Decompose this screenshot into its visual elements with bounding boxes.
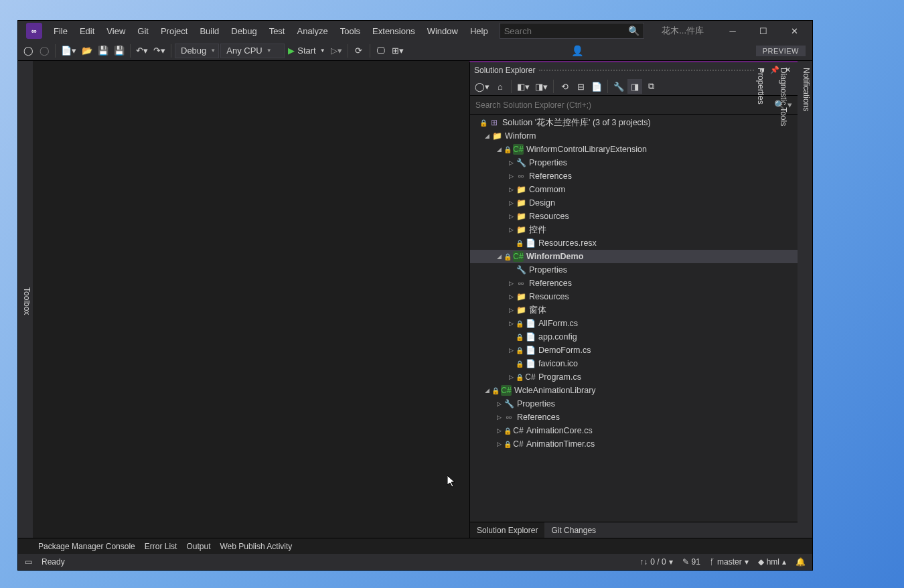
back-icon[interactable]: ◯▾ — [473, 79, 492, 94]
status-branch[interactable]: ᚶ master ▾ — [710, 557, 749, 567]
tree-item[interactable]: 🔒📄Resources.resx — [470, 236, 798, 250]
tree-item[interactable]: 🔒📄app.config — [470, 330, 798, 344]
menu-edit[interactable]: Edit — [74, 21, 100, 41]
minimize-button[interactable]: ─ — [717, 21, 748, 41]
expand-icon[interactable]: ◢ — [482, 387, 492, 394]
save-all-icon[interactable]: 💾 — [112, 44, 127, 58]
browser-icon[interactable]: 🖵 — [374, 44, 388, 58]
tree-item[interactable]: ▷📁Resources — [470, 290, 798, 303]
platform-dropdown[interactable]: Any CPU▼ — [220, 44, 285, 58]
menu-help[interactable]: Help — [464, 21, 494, 41]
collapse-icon[interactable]: ▷ — [494, 441, 504, 447]
menu-view[interactable]: View — [100, 21, 131, 41]
show-all-icon[interactable]: 📄 — [589, 79, 604, 94]
tree-item[interactable]: 🔒📄favicon.ico — [470, 357, 798, 370]
tree-item[interactable]: ▷🔒📄DemoForm.cs — [470, 344, 798, 357]
expand-icon[interactable]: ◢ — [494, 253, 504, 260]
tree-item[interactable]: ▷▫▫References — [470, 411, 798, 424]
tree-item[interactable]: ▷🔒📄AllForm.cs — [470, 317, 798, 330]
live-share-icon[interactable]: 👤 — [571, 45, 584, 57]
properties-icon[interactable]: 🔧 — [611, 79, 626, 94]
config-dropdown[interactable]: Debug▼ — [175, 44, 219, 58]
bottom-tab-error-list[interactable]: Error List — [145, 542, 177, 551]
collapse-icon[interactable]: ▷ — [506, 226, 516, 233]
tree-item[interactable]: ▷📁Commom — [470, 183, 798, 196]
tree-item[interactable]: ▷🔒C#AnimationCore.cs — [470, 424, 798, 437]
status-sync[interactable]: ↑↓ 0 / 0 ▾ — [639, 557, 672, 567]
status-bell-icon[interactable]: 🔔 — [796, 557, 806, 567]
home-icon[interactable]: ⌂ — [493, 79, 508, 94]
tab-solution-explorer[interactable]: Solution Explorer — [470, 522, 544, 538]
preview-button[interactable]: PREVIEW — [756, 46, 806, 56]
menu-file[interactable]: File — [48, 21, 74, 41]
collapse-icon[interactable]: ▷ — [506, 293, 516, 300]
menu-test[interactable]: Test — [263, 21, 291, 41]
expand-icon[interactable]: ◢ — [494, 146, 504, 153]
pending-changes-icon[interactable]: ◨▾ — [533, 79, 550, 94]
collapse-icon[interactable]: ▷ — [506, 280, 516, 287]
status-edits[interactable]: ✎ 91 — [682, 557, 700, 567]
close-button[interactable]: ✕ — [779, 21, 810, 41]
find-icon[interactable]: ⊞▾ — [390, 44, 406, 58]
tab-git-changes[interactable]: Git Changes — [544, 522, 603, 538]
nav-fwd-icon[interactable]: ◯ — [37, 44, 52, 58]
collapse-icon[interactable]: ▷ — [494, 400, 504, 407]
status-user[interactable]: ◆ hml ▴ — [758, 557, 786, 567]
collapse-icon[interactable]: ▷ — [506, 213, 516, 220]
menu-window[interactable]: Window — [421, 21, 464, 41]
quick-search[interactable]: 🔍 — [500, 23, 644, 39]
open-icon[interactable]: 📂 — [80, 44, 94, 58]
menu-project[interactable]: Project — [155, 21, 194, 41]
right-tab-properties[interactable]: Properties — [755, 65, 767, 538]
tree-item[interactable]: ▷📁Resources — [470, 210, 798, 223]
tree-item[interactable]: ▷📁控件 — [470, 223, 798, 236]
solution-tree[interactable]: 🔒⊞Solution '花木兰控件库' (3 of 3 projects)◢📁W… — [470, 115, 798, 522]
save-icon[interactable]: 💾 — [96, 44, 110, 58]
tree-item[interactable]: ▷🔒C#Program.cs — [470, 370, 798, 384]
menu-debug[interactable]: Debug — [225, 21, 262, 41]
solution-explorer-search[interactable]: 🔍 ▾ — [470, 96, 798, 115]
right-tab-diagnostic-tools[interactable]: Diagnostic Tools — [777, 65, 789, 538]
collapse-icon[interactable]: ▷ — [494, 414, 504, 421]
bottom-tab-web-publish-activity[interactable]: Web Publish Activity — [220, 542, 292, 551]
tree-item[interactable]: ▷🔧Properties — [470, 156, 798, 169]
tree-item[interactable]: 🔒⊞Solution '花木兰控件库' (3 of 3 projects) — [470, 116, 798, 129]
menu-build[interactable]: Build — [194, 21, 225, 41]
start-button[interactable]: ▶ Start ▼ — [286, 44, 327, 58]
collapse-icon[interactable]: ▷ — [506, 347, 516, 354]
tree-item[interactable]: ▷🔒C#AnimationTimer.cs — [470, 437, 798, 451]
tree-item[interactable]: ▷🔧Properties — [470, 397, 798, 411]
tree-item[interactable]: ◢📁Winform — [470, 129, 798, 143]
collapse-icon[interactable]: ⊟ — [573, 79, 588, 94]
nav-back-icon[interactable]: ◯ — [21, 44, 35, 58]
bottom-tab-package-manager-console[interactable]: Package Manager Console — [38, 542, 135, 551]
menu-git[interactable]: Git — [131, 21, 155, 41]
right-tab-notifications[interactable]: Notifications — [800, 65, 812, 538]
collapse-icon[interactable]: ▷ — [506, 307, 516, 313]
start-no-debug-icon[interactable]: ▷▾ — [329, 44, 344, 58]
menu-tools[interactable]: Tools — [334, 21, 366, 41]
tree-item[interactable]: ◢🔒C#WinformControlLibraryExtension — [470, 143, 798, 156]
tree-item[interactable]: ◢🔒C#WinformDemo — [470, 250, 798, 263]
menu-extensions[interactable]: Extensions — [366, 21, 421, 41]
tree-item[interactable]: ▷▫▫References — [470, 169, 798, 183]
tree-item[interactable]: ▷▫▫References — [470, 277, 798, 290]
left-tab-toolbox[interactable]: Toolbox — [21, 285, 33, 317]
collapse-icon[interactable]: ▷ — [494, 427, 504, 434]
undo-icon[interactable]: ↶▾ — [134, 44, 150, 58]
se-search-input[interactable] — [475, 100, 774, 110]
tree-item[interactable]: ▷📁Design — [470, 196, 798, 210]
tree-item[interactable]: 🔧Properties — [470, 263, 798, 277]
redo-icon[interactable]: ↷▾ — [151, 44, 167, 58]
hot-reload-icon[interactable]: ⟳ — [352, 44, 366, 58]
collapse-icon[interactable]: ▷ — [506, 186, 516, 193]
group-icon[interactable]: ⧉ — [644, 79, 658, 94]
collapse-icon[interactable]: ▷ — [506, 159, 516, 166]
switch-views-icon[interactable]: ◧▾ — [515, 79, 532, 94]
tree-item[interactable]: ◢🔒C#WcleAnimationLibrary — [470, 384, 798, 397]
menu-analyze[interactable]: Analyze — [291, 21, 333, 41]
collapse-icon[interactable]: ▷ — [506, 320, 516, 327]
collapse-icon[interactable]: ▷ — [506, 374, 516, 380]
collapse-icon[interactable]: ▷ — [506, 173, 516, 179]
maximize-button[interactable]: ☐ — [748, 21, 779, 41]
